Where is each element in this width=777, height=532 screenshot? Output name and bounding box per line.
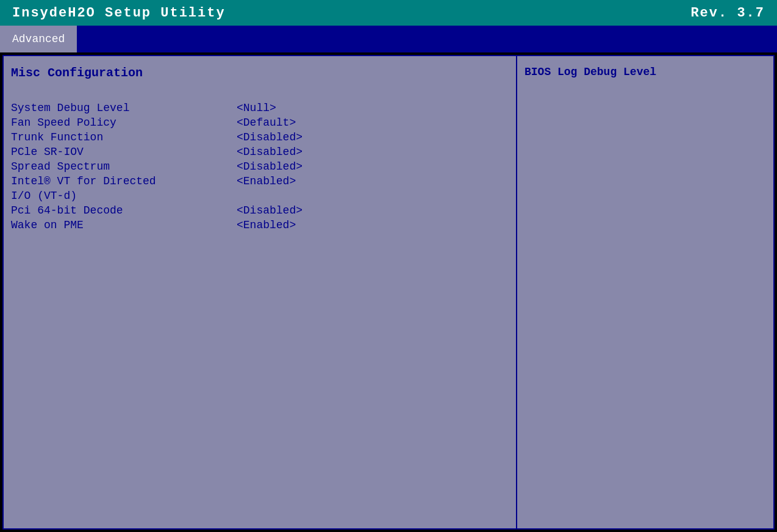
row-system-debug-level: System Debug Level <Null> (11, 102, 509, 114)
right-panel-title: BIOS Log Debug Level (525, 66, 766, 78)
menu-bar: Advanced (0, 26, 777, 52)
label-fan-speed-policy: Fan Speed Policy (11, 117, 237, 129)
row-trunk-function: Trunk Function <Disabled> (11, 131, 509, 143)
value-pci-64bit[interactable]: <Disabled> (237, 204, 303, 217)
label-wake-on-pme: Wake on PME (11, 219, 237, 231)
label-system-debug-level: System Debug Level (11, 102, 237, 114)
row-intel-vt: Intel® VT for Directed <Enabled> (11, 175, 509, 187)
menu-item-advanced[interactable]: Advanced (0, 26, 77, 52)
label-intel-vt-continuation: I/O (VT-d) (11, 190, 237, 202)
label-trunk-function: Trunk Function (11, 131, 237, 143)
row-pcle-sr-iov: PCle SR-IOV <Disabled> (11, 146, 509, 158)
label-pcle-sr-iov: PCle SR-IOV (11, 146, 237, 158)
label-intel-vt: Intel® VT for Directed (11, 175, 237, 187)
row-pci-64bit: Pci 64-bit Decode <Disabled> (11, 204, 509, 217)
value-pcle-sr-iov[interactable]: <Disabled> (237, 146, 303, 158)
value-wake-on-pme[interactable]: <Enabled> (237, 219, 296, 231)
section-title: Misc Configuration (11, 66, 509, 80)
revision: Rev. 3.7 (690, 5, 765, 21)
row-spread-spectrum: Spread Spectrum <Disabled> (11, 160, 509, 173)
row-fan-speed-policy: Fan Speed Policy <Default> (11, 117, 509, 129)
label-pci-64bit: Pci 64-bit Decode (11, 204, 237, 217)
main-content: Misc Configuration System Debug Level <N… (2, 55, 775, 530)
row-wake-on-pme: Wake on PME <Enabled> (11, 219, 509, 231)
value-system-debug-level[interactable]: <Null> (237, 102, 276, 114)
app-title: InsydeH2O Setup Utility (12, 5, 226, 21)
value-fan-speed-policy[interactable]: <Default> (237, 117, 296, 129)
row-intel-vt-continuation: I/O (VT-d) (11, 190, 509, 202)
title-bar: InsydeH2O Setup Utility Rev. 3.7 (0, 0, 777, 26)
value-trunk-function[interactable]: <Disabled> (237, 131, 303, 143)
left-panel: Misc Configuration System Debug Level <N… (4, 56, 517, 528)
label-spread-spectrum: Spread Spectrum (11, 160, 237, 173)
right-panel: BIOS Log Debug Level (517, 56, 773, 528)
app: InsydeH2O Setup Utility Rev. 3.7 Advance… (0, 0, 777, 532)
value-intel-vt[interactable]: <Enabled> (237, 175, 296, 187)
value-spread-spectrum[interactable]: <Disabled> (237, 160, 303, 173)
